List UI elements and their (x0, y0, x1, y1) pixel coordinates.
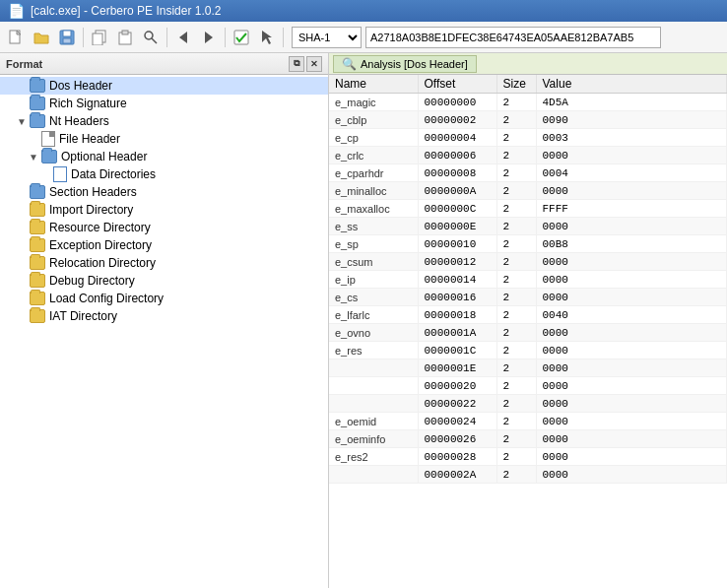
main-layout: Format ⧉ ✕ Dos Header Rich Signature ▼ N (0, 53, 727, 588)
check-btn[interactable] (230, 26, 253, 49)
tree-item-load-config-dir[interactable]: Load Config Directory (0, 290, 328, 307)
tree-item-nt-headers[interactable]: ▼ Nt Headers (0, 112, 328, 130)
cell-size: 2 (496, 182, 536, 200)
toggle-dos-header (16, 80, 28, 92)
table-row[interactable]: e_ip 00000014 2 0000 (329, 271, 727, 289)
data-icon-dirs (53, 166, 67, 182)
cell-value: 0000 (536, 359, 727, 377)
analysis-tab[interactable]: 🔍 Analysis [Dos Header] (333, 55, 477, 73)
cell-name (329, 359, 418, 377)
tree-item-file-header[interactable]: File Header (0, 130, 328, 148)
paste-btn[interactable] (113, 26, 137, 49)
save-btn[interactable] (55, 26, 79, 49)
tree-item-debug-dir[interactable]: Debug Directory (0, 272, 328, 290)
cell-size: 2 (496, 448, 536, 466)
folder-icon-iat-dir (30, 309, 45, 323)
table-row[interactable]: e_csum 00000012 2 0000 (329, 253, 727, 271)
tree-item-dos-header[interactable]: Dos Header (0, 77, 328, 95)
open-btn[interactable] (30, 26, 53, 49)
table-row[interactable]: 00000022 2 0000 (329, 395, 727, 413)
table-row[interactable]: e_res2 00000028 2 0000 (329, 448, 727, 466)
tree-item-import-dir[interactable]: Import Directory (0, 201, 328, 219)
cell-value: 0000 (536, 377, 727, 395)
table-row[interactable]: e_cs 00000016 2 0000 (329, 289, 727, 306)
toggle-iat-dir (16, 310, 28, 322)
copy-btn[interactable] (88, 26, 111, 49)
table-row[interactable]: 0000001E 2 0000 (329, 359, 727, 377)
hash-value-input[interactable] (365, 27, 661, 48)
tree-item-iat-dir[interactable]: IAT Directory (0, 307, 328, 325)
table-row[interactable]: e_cp 00000004 2 0003 (329, 129, 727, 147)
tree-item-relocation-dir[interactable]: Relocation Directory (0, 254, 328, 272)
cell-offset: 00000020 (418, 377, 496, 395)
table-row[interactable]: 00000020 2 0000 (329, 377, 727, 395)
cell-value: 0003 (536, 129, 727, 147)
table-row[interactable]: e_lfarlc 00000018 2 0040 (329, 306, 727, 324)
col-header-name: Name (329, 75, 418, 94)
cell-offset: 00000002 (418, 111, 496, 129)
title-text: [calc.exe] - Cerbero PE Insider 1.0.2 (31, 4, 221, 18)
cell-name: e_res (329, 342, 418, 359)
table-row[interactable]: e_cparhdr 00000008 2 0004 (329, 164, 727, 182)
cell-offset: 0000001C (418, 342, 496, 359)
cell-offset: 00000028 (418, 448, 496, 466)
table-row[interactable]: e_magic 00000000 2 4D5A (329, 94, 727, 111)
forward-btn[interactable] (197, 26, 221, 49)
hash-algo-select[interactable]: MD5 SHA-1 SHA-256 (292, 27, 362, 48)
cell-name: e_ss (329, 218, 418, 235)
cell-name: e_cblp (329, 111, 418, 129)
cell-name: e_cparhdr (329, 164, 418, 182)
table-row[interactable]: e_minalloc 0000000A 2 0000 (329, 182, 727, 200)
cell-size: 2 (496, 129, 536, 147)
tree-item-resource-dir[interactable]: Resource Directory (0, 219, 328, 236)
table-row[interactable]: e_ovno 0000001A 2 0000 (329, 324, 727, 342)
cell-offset: 00000008 (418, 164, 496, 182)
tree-item-optional-header[interactable]: ▼ Optional Header (0, 148, 328, 165)
tree-item-exception-dir[interactable]: Exception Directory (0, 236, 328, 254)
tree-item-rich-sig[interactable]: Rich Signature (0, 95, 328, 112)
cell-size: 2 (496, 271, 536, 289)
panel-float-btn[interactable]: ⧉ (289, 56, 304, 72)
back-btn[interactable] (171, 26, 195, 49)
toggle-exception-dir (16, 239, 28, 251)
title-bar: 📄 [calc.exe] - Cerbero PE Insider 1.0.2 (0, 0, 727, 22)
cell-name: e_minalloc (329, 182, 418, 200)
toggle-rich-sig (16, 98, 28, 109)
label-iat-dir: IAT Directory (49, 309, 117, 323)
table-row[interactable]: e_oeminfo 00000026 2 0000 (329, 430, 727, 448)
tree-item-section-headers[interactable]: Section Headers (0, 183, 328, 201)
cell-value: 0000 (536, 289, 727, 306)
svg-point-9 (145, 32, 153, 39)
cell-offset: 0000000A (418, 182, 496, 200)
cell-offset: 00000026 (418, 430, 496, 448)
cell-value: 0000 (536, 253, 727, 271)
cell-name (329, 466, 418, 484)
cell-offset: 00000016 (418, 289, 496, 306)
table-row[interactable]: e_res 0000001C 2 0000 (329, 342, 727, 359)
table-row[interactable]: 0000002A 2 0000 (329, 466, 727, 484)
app-icon: 📄 (8, 3, 25, 19)
cell-name: e_lfarlc (329, 306, 418, 324)
cell-value: 0000 (536, 413, 727, 430)
table-row[interactable]: e_crlc 00000006 2 0000 (329, 147, 727, 164)
folder-icon-nt-headers (30, 114, 45, 128)
table-row[interactable]: e_oemid 00000024 2 0000 (329, 413, 727, 430)
table-row[interactable]: e_maxalloc 0000000C 2 FFFF (329, 200, 727, 218)
table-row[interactable]: e_ss 0000000E 2 0000 (329, 218, 727, 235)
cell-name: e_csum (329, 253, 418, 271)
data-table[interactable]: Name Offset Size Value e_magic 00000000 … (329, 75, 727, 588)
cell-name (329, 377, 418, 395)
table-row[interactable]: e_sp 00000010 2 00B8 (329, 235, 727, 253)
table-row[interactable]: e_cblp 00000002 2 0090 (329, 111, 727, 129)
find-btn[interactable] (139, 26, 163, 49)
new-btn[interactable] (4, 26, 28, 49)
tab-label: Analysis [Dos Header] (361, 58, 468, 70)
cursor-btn[interactable] (255, 26, 279, 49)
tree-item-data-dirs[interactable]: Data Directories (0, 165, 328, 183)
cell-name: e_oeminfo (329, 430, 418, 448)
panel-close-btn[interactable]: ✕ (306, 56, 322, 72)
cell-size: 2 (496, 466, 536, 484)
toggle-load-config-dir (16, 293, 28, 304)
sep2 (166, 28, 167, 47)
cell-size: 2 (496, 342, 536, 359)
